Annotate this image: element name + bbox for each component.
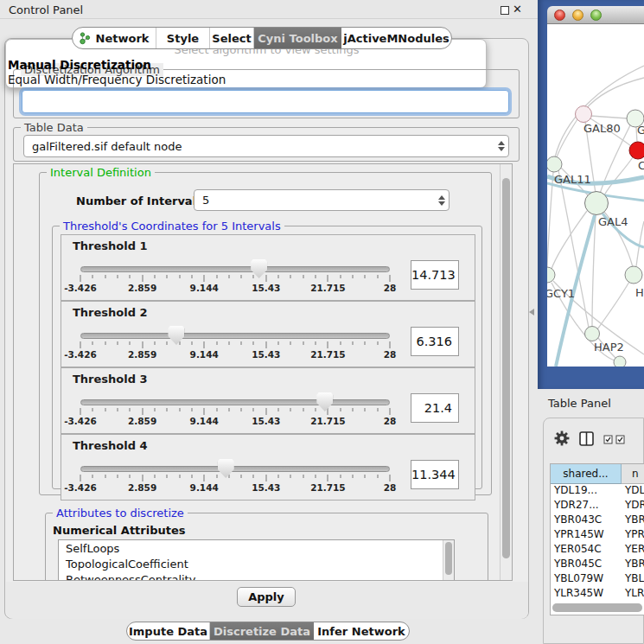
table-rows[interactable]: YDL19...YDL1YDR27...YDR2YBR043CYBR0YPR14…	[551, 484, 644, 602]
attribute-list-item[interactable]: BetweennessCentrality	[59, 571, 454, 581]
node-gcy1[interactable]	[547, 267, 555, 283]
footer-bar: Apply	[6, 582, 528, 619]
tab-network[interactable]: Network	[73, 28, 156, 48]
node-bottom-partial[interactable]	[614, 356, 626, 367]
checkbox-icon[interactable]	[615, 435, 625, 444]
svg-text:GAL80: GAL80	[583, 122, 621, 135]
cyni-toolbox-panel: Discretization Algorithm Select algorith…	[4, 38, 529, 619]
algorithm-combobox[interactable]	[22, 90, 509, 113]
attributes-group: Attributes to discretize Numerical Attri…	[45, 513, 488, 581]
threshold-3-panel: Threshold 3 -3.4262.8599.14415.4321.7152…	[61, 367, 475, 434]
tab-jactivemnodules[interactable]: jActiveMNodules	[341, 28, 451, 48]
network-canvas[interactable]: GAL80 G GAL11 C GAL4 GCY1 H HAP2	[547, 24, 644, 367]
split-columns-icon[interactable]	[579, 431, 594, 446]
split-pane-grip[interactable]	[529, 309, 534, 316]
threshold-1-panel: Threshold 1 -3.4262.8599.14415.4321.7152…	[61, 234, 475, 301]
attribute-list-item[interactable]: TopologicalCoefficient	[59, 556, 454, 571]
table-row[interactable]: YPR145WYPR1	[551, 528, 644, 543]
table-data-title: Table Data	[21, 121, 87, 134]
svg-text:HAP2: HAP2	[594, 341, 624, 354]
threshold-3-value[interactable]: 21.4	[411, 393, 459, 423]
slider-track[interactable]	[80, 266, 390, 272]
stepper-arrows-icon	[494, 141, 508, 151]
tab-select[interactable]: Select	[210, 28, 254, 48]
network-window-titlebar	[547, 6, 644, 24]
svg-text:C: C	[638, 159, 644, 172]
settings-scrollbar[interactable]	[500, 164, 512, 580]
attributes-group-title: Attributes to discretize	[53, 507, 188, 520]
numerical-attributes-list[interactable]: SelfLoopsTopologicalCoefficientBetweenne…	[58, 539, 455, 581]
threshold-4-value[interactable]: 11.344	[411, 460, 459, 489]
attributes-scrollbar[interactable]	[443, 540, 454, 581]
float-window-icon[interactable]	[501, 6, 509, 15]
number-of-intervals-label: Number of Intervals	[76, 194, 203, 207]
node-gal80[interactable]	[576, 106, 592, 123]
threshold-2-value[interactable]: 6.316	[411, 327, 459, 356]
thresholds-group-title: Threshold's Coordinates for 5 Intervals	[60, 220, 284, 233]
table-row[interactable]: YDL19...YDL1	[551, 484, 644, 499]
gear-icon[interactable]	[554, 430, 570, 446]
node-table: shared... n YDL19...YDL1YDR27...YDR2YBR0…	[550, 463, 644, 615]
table-row[interactable]: YER054CYER0	[551, 543, 644, 558]
attribute-list-item[interactable]: SelfLoops	[59, 540, 454, 556]
tab-infer-network[interactable]: Infer Network	[314, 622, 409, 640]
minimize-traffic-light-icon[interactable]	[572, 10, 583, 21]
svg-text:H: H	[635, 286, 644, 299]
control-panel-tabs: Network Style Select Cyni Toolbox jActiv…	[72, 27, 452, 49]
network-window: GAL80 G GAL11 C GAL4 GCY1 H HAP2	[547, 6, 644, 367]
node-gal4[interactable]	[585, 192, 609, 215]
svg-text:GAL4: GAL4	[598, 215, 628, 228]
threshold-1-value[interactable]: 14.713	[411, 260, 459, 290]
thresholds-group: Threshold's Coordinates for 5 Intervals …	[52, 226, 482, 489]
number-of-intervals-combobox[interactable]: 5	[194, 189, 450, 211]
svg-text:G: G	[637, 124, 644, 137]
interval-definition-title: Interval Definition	[47, 166, 155, 179]
table-panel-title: Table Panel	[548, 397, 611, 410]
stepper-arrows-icon	[435, 195, 449, 206]
dropdown-option-manual[interactable]: Manual Discretization	[8, 58, 151, 72]
panel-title: Control Panel	[9, 3, 83, 16]
numerical-attributes-heading: Numerical Attributes	[53, 524, 186, 537]
svg-text:GAL11: GAL11	[554, 173, 591, 186]
node-hap2[interactable]	[585, 327, 600, 341]
node-selected-red[interactable]	[629, 142, 644, 159]
table-row[interactable]: YBR043CYBR0	[551, 513, 644, 528]
dropdown-option-equal-width[interactable]: Equal Width/Frequency Discretization	[8, 73, 226, 86]
slider-track[interactable]	[80, 333, 390, 339]
network-icon	[80, 32, 91, 45]
table-horizontal-scrollbar[interactable]	[552, 603, 642, 612]
cyni-bottom-tabs: Impute Data Discretize Data Infer Networ…	[126, 622, 410, 641]
svg-text:GCY1: GCY1	[547, 287, 575, 300]
table-data-combobox[interactable]: galFiltered.sif default node	[23, 135, 509, 157]
table-row[interactable]: YDR27...YDR2	[551, 499, 644, 513]
table-panel: shared... n YDL19...YDL1YDR27...YDR2YBR0…	[543, 418, 644, 644]
control-panel-titlebar: Control Panel ✕	[0, 0, 538, 19]
close-icon[interactable]: ✕	[513, 3, 522, 16]
apply-button[interactable]: Apply	[237, 587, 296, 607]
close-traffic-light-icon[interactable]	[554, 10, 565, 21]
node-gal11[interactable]	[547, 156, 562, 172]
node-right-h[interactable]	[625, 266, 642, 284]
zoom-traffic-light-icon[interactable]	[590, 10, 602, 21]
tab-impute-data[interactable]: Impute Data	[127, 622, 210, 640]
slider-track[interactable]	[80, 399, 390, 405]
tab-style[interactable]: Style	[156, 28, 210, 48]
checkbox-icon[interactable]	[603, 435, 613, 444]
slider-track[interactable]	[80, 466, 390, 472]
threshold-2-panel: Threshold 2 -3.4262.8599.14415.4321.7152…	[61, 301, 475, 367]
tab-discretize-data[interactable]: Discretize Data	[210, 622, 314, 640]
table-data-group: Table Data galFiltered.sif default node	[13, 127, 520, 162]
table-row[interactable]: YBR045CYBR0	[551, 558, 644, 572]
column-header-shared-name[interactable]: shared...	[551, 464, 622, 484]
threshold-4-panel: Threshold 4 -3.4262.8599.14415.4321.7152…	[61, 434, 475, 501]
settings-scroll-panel: Interval Definition Number of Intervals …	[13, 163, 513, 581]
table-row[interactable]: YLR345WYLR3	[551, 587, 644, 602]
column-header-name[interactable]: n	[622, 464, 644, 484]
interval-definition-group: Interval Definition Number of Intervals …	[39, 172, 492, 495]
tab-cyni-toolbox[interactable]: Cyni Toolbox	[254, 28, 341, 48]
table-row[interactable]: YBL079WYBL0	[551, 572, 644, 587]
